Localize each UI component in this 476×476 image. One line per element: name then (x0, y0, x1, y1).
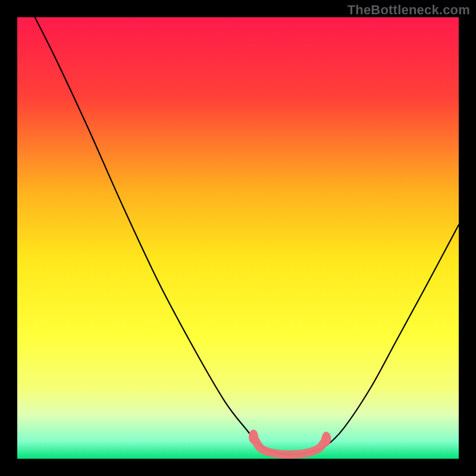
chart-svg (17, 17, 459, 459)
chart-frame: TheBottleneck.com (0, 0, 476, 476)
gradient-background (17, 17, 459, 459)
chart-plot-area (17, 17, 459, 459)
pink-endpoint-0 (249, 430, 258, 444)
pink-endpoint-1 (321, 432, 331, 446)
watermark-text: TheBottleneck.com (347, 2, 470, 18)
